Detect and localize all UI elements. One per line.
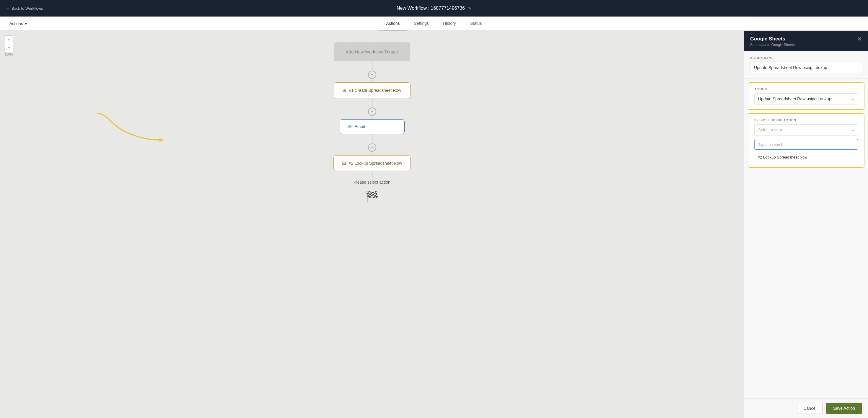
email-icon: ✉: [348, 124, 352, 129]
action-name-section: ACTION NAME Update Spreadsheet Row using…: [744, 51, 868, 79]
panel-subtitle: Send data to Google Sheets: [750, 43, 795, 47]
actions-dropdown[interactable]: Actions ▾: [6, 19, 30, 28]
action-section-label: ACTION: [754, 88, 858, 91]
zoom-controls: + − 100%: [5, 35, 13, 56]
connector-line-6: [372, 153, 372, 155]
add-node-button-2[interactable]: +: [368, 107, 376, 116]
panel-footer: Cancel Save Action: [744, 398, 868, 418]
main-container: + − 100% Add New Workflow Trigger + ⊞ #1…: [0, 31, 868, 418]
email-node-label: Email: [355, 124, 365, 129]
zoom-out-button[interactable]: −: [5, 44, 13, 52]
sheets-icon-1: ⊞: [342, 87, 346, 93]
tab-actions[interactable]: Actions: [379, 17, 407, 30]
zoom-in-button[interactable]: +: [5, 35, 13, 44]
panel-header: Google Sheets Send data to Google Sheets…: [744, 31, 868, 51]
back-arrow-icon: ←: [6, 6, 10, 11]
back-link-label: Back to Workflows: [11, 6, 43, 11]
email-node[interactable]: ✉ Email: [340, 119, 405, 134]
create-spreadsheet-row-node[interactable]: ⊞ #1 Create Spreadsheet Row: [334, 83, 410, 98]
action-name-label: ACTION NAME: [750, 56, 862, 60]
please-select-action-text: Please select action: [353, 180, 391, 185]
connector-line-7: [372, 171, 372, 177]
connector-line-2: [372, 80, 372, 83]
workflow-title-text: New Workflow : 1687771496736: [397, 6, 465, 11]
tab-settings[interactable]: Settings: [407, 17, 436, 30]
trigger-node[interactable]: Add New Workflow Trigger: [334, 42, 410, 61]
connector-line-1: [372, 61, 372, 69]
search-input-wrapper: [754, 139, 858, 150]
action-select[interactable]: Create Spreadsheet Row Update Spreadshee…: [754, 93, 858, 104]
lookup-select[interactable]: Select a step: [754, 124, 858, 135]
edit-icon[interactable]: ✎: [468, 6, 471, 11]
lookup-spreadsheet-label: #2 Lookup Spreadsheet Row: [349, 161, 402, 166]
connector-line-3: [372, 98, 372, 106]
add-node-button-3[interactable]: +: [368, 143, 376, 152]
back-to-workflows-link[interactable]: ← Back to Workflows: [6, 6, 43, 11]
save-action-button[interactable]: Save Action: [826, 403, 862, 414]
action-select-wrapper: Create Spreadsheet Row Update Spreadshee…: [754, 93, 858, 104]
panel-title: Google Sheets: [750, 36, 795, 42]
top-bar: ← Back to Workflows New Workflow : 16877…: [0, 0, 868, 17]
lookup-spreadsheet-row-node[interactable]: ⊞ #2 Lookup Spreadsheet Row: [334, 155, 411, 171]
sub-nav: Actions ▾ Actions Settings History Statu…: [0, 17, 868, 31]
trigger-node-label: Add New Workflow Trigger: [346, 49, 398, 54]
panel-body: ACTION NAME Update Spreadsheet Row using…: [744, 51, 868, 398]
create-spreadsheet-label: #1 Create Spreadsheet Row: [349, 88, 401, 93]
finish-flag: 🏁: [365, 190, 379, 203]
right-panel: Google Sheets Send data to Google Sheets…: [744, 31, 868, 418]
panel-header-content: Google Sheets Send data to Google Sheets: [750, 36, 795, 47]
connector-line-5: [372, 134, 372, 142]
workflow-canvas: Add New Workflow Trigger + ⊞ #1 Create S…: [0, 31, 744, 418]
cancel-button[interactable]: Cancel: [797, 403, 823, 414]
lookup-section: SELECT LOOKUP ACTION Select a step ⌄ #2 …: [748, 114, 864, 168]
search-input[interactable]: [758, 142, 854, 147]
tab-status[interactable]: Status: [463, 17, 489, 30]
add-node-button-1[interactable]: +: [368, 70, 376, 79]
action-section: ACTION Create Spreadsheet Row Update Spr…: [748, 83, 864, 110]
dropdown-item-lookup[interactable]: #2 Lookup Spreadsheet Row: [754, 152, 858, 162]
dropdown-chevron-icon: ▾: [25, 21, 27, 26]
connector-line-4: [372, 117, 372, 119]
close-panel-button[interactable]: ✕: [857, 36, 862, 42]
lookup-select-wrapper: Select a step ⌄: [754, 124, 858, 135]
workflow-title: New Workflow : 1687771496736 ✎: [397, 6, 471, 11]
lookup-section-label: SELECT LOOKUP ACTION: [754, 119, 858, 122]
sheets-icon-2: ⊞: [342, 160, 346, 166]
actions-dropdown-label: Actions: [9, 21, 23, 26]
canvas-area: + − 100% Add New Workflow Trigger + ⊞ #1…: [0, 31, 744, 418]
action-name-value: Update Spreadsheet Row using Lookup: [750, 62, 862, 73]
zoom-level-label: 100%: [5, 53, 13, 56]
sub-nav-tabs: Actions Settings History Status: [379, 17, 489, 30]
tab-history[interactable]: History: [436, 17, 463, 30]
